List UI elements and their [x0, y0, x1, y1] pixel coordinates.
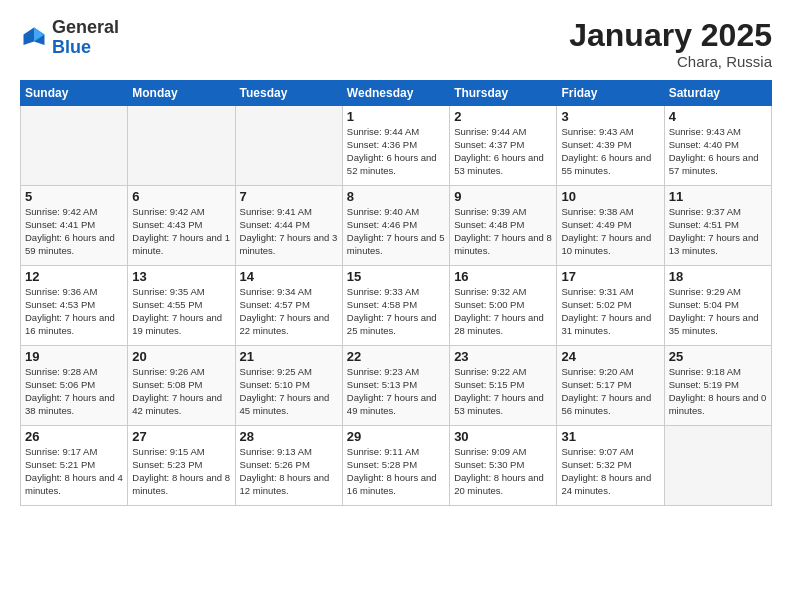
day-info: Sunrise: 9:18 AM Sunset: 5:19 PM Dayligh…: [669, 366, 767, 417]
day-number: 10: [561, 189, 659, 204]
day-cell: 1Sunrise: 9:44 AM Sunset: 4:36 PM Daylig…: [342, 106, 449, 186]
week-row-4: 26Sunrise: 9:17 AM Sunset: 5:21 PM Dayli…: [21, 426, 772, 506]
day-cell: 31Sunrise: 9:07 AM Sunset: 5:32 PM Dayli…: [557, 426, 664, 506]
day-info: Sunrise: 9:33 AM Sunset: 4:58 PM Dayligh…: [347, 286, 445, 337]
day-cell: 17Sunrise: 9:31 AM Sunset: 5:02 PM Dayli…: [557, 266, 664, 346]
day-cell: [128, 106, 235, 186]
weekday-header-sunday: Sunday: [21, 81, 128, 106]
day-cell: 29Sunrise: 9:11 AM Sunset: 5:28 PM Dayli…: [342, 426, 449, 506]
day-cell: 16Sunrise: 9:32 AM Sunset: 5:00 PM Dayli…: [450, 266, 557, 346]
day-number: 14: [240, 269, 338, 284]
day-number: 17: [561, 269, 659, 284]
day-cell: 4Sunrise: 9:43 AM Sunset: 4:40 PM Daylig…: [664, 106, 771, 186]
day-cell: 12Sunrise: 9:36 AM Sunset: 4:53 PM Dayli…: [21, 266, 128, 346]
day-info: Sunrise: 9:37 AM Sunset: 4:51 PM Dayligh…: [669, 206, 767, 257]
day-info: Sunrise: 9:40 AM Sunset: 4:46 PM Dayligh…: [347, 206, 445, 257]
day-number: 12: [25, 269, 123, 284]
day-number: 7: [240, 189, 338, 204]
day-info: Sunrise: 9:41 AM Sunset: 4:44 PM Dayligh…: [240, 206, 338, 257]
day-info: Sunrise: 9:31 AM Sunset: 5:02 PM Dayligh…: [561, 286, 659, 337]
day-info: Sunrise: 9:44 AM Sunset: 4:37 PM Dayligh…: [454, 126, 552, 177]
day-info: Sunrise: 9:38 AM Sunset: 4:49 PM Dayligh…: [561, 206, 659, 257]
day-info: Sunrise: 9:35 AM Sunset: 4:55 PM Dayligh…: [132, 286, 230, 337]
weekday-header-thursday: Thursday: [450, 81, 557, 106]
day-cell: 14Sunrise: 9:34 AM Sunset: 4:57 PM Dayli…: [235, 266, 342, 346]
calendar: SundayMondayTuesdayWednesdayThursdayFrid…: [20, 80, 772, 506]
day-cell: 20Sunrise: 9:26 AM Sunset: 5:08 PM Dayli…: [128, 346, 235, 426]
day-number: 31: [561, 429, 659, 444]
day-info: Sunrise: 9:07 AM Sunset: 5:32 PM Dayligh…: [561, 446, 659, 497]
day-info: Sunrise: 9:34 AM Sunset: 4:57 PM Dayligh…: [240, 286, 338, 337]
day-cell: 22Sunrise: 9:23 AM Sunset: 5:13 PM Dayli…: [342, 346, 449, 426]
day-cell: 2Sunrise: 9:44 AM Sunset: 4:37 PM Daylig…: [450, 106, 557, 186]
day-number: 27: [132, 429, 230, 444]
logo-icon: [20, 24, 48, 52]
weekday-header-row: SundayMondayTuesdayWednesdayThursdayFrid…: [21, 81, 772, 106]
day-number: 8: [347, 189, 445, 204]
day-number: 3: [561, 109, 659, 124]
day-number: 28: [240, 429, 338, 444]
day-info: Sunrise: 9:23 AM Sunset: 5:13 PM Dayligh…: [347, 366, 445, 417]
day-cell: 21Sunrise: 9:25 AM Sunset: 5:10 PM Dayli…: [235, 346, 342, 426]
day-number: 24: [561, 349, 659, 364]
day-number: 21: [240, 349, 338, 364]
week-row-0: 1Sunrise: 9:44 AM Sunset: 4:36 PM Daylig…: [21, 106, 772, 186]
day-info: Sunrise: 9:42 AM Sunset: 4:41 PM Dayligh…: [25, 206, 123, 257]
day-number: 16: [454, 269, 552, 284]
weekday-header-wednesday: Wednesday: [342, 81, 449, 106]
day-number: 1: [347, 109, 445, 124]
weekday-header-saturday: Saturday: [664, 81, 771, 106]
day-number: 26: [25, 429, 123, 444]
day-info: Sunrise: 9:09 AM Sunset: 5:30 PM Dayligh…: [454, 446, 552, 497]
day-number: 2: [454, 109, 552, 124]
day-number: 30: [454, 429, 552, 444]
day-info: Sunrise: 9:17 AM Sunset: 5:21 PM Dayligh…: [25, 446, 123, 497]
day-cell: 23Sunrise: 9:22 AM Sunset: 5:15 PM Dayli…: [450, 346, 557, 426]
weekday-header-tuesday: Tuesday: [235, 81, 342, 106]
day-cell: 27Sunrise: 9:15 AM Sunset: 5:23 PM Dayli…: [128, 426, 235, 506]
day-info: Sunrise: 9:29 AM Sunset: 5:04 PM Dayligh…: [669, 286, 767, 337]
location: Chara, Russia: [569, 53, 772, 70]
day-number: 20: [132, 349, 230, 364]
logo-general-text: General: [52, 18, 119, 38]
day-number: 15: [347, 269, 445, 284]
logo-text: General Blue: [52, 18, 119, 58]
day-cell: 5Sunrise: 9:42 AM Sunset: 4:41 PM Daylig…: [21, 186, 128, 266]
day-info: Sunrise: 9:44 AM Sunset: 4:36 PM Dayligh…: [347, 126, 445, 177]
page: General Blue January 2025 Chara, Russia …: [0, 0, 792, 612]
day-number: 25: [669, 349, 767, 364]
week-row-2: 12Sunrise: 9:36 AM Sunset: 4:53 PM Dayli…: [21, 266, 772, 346]
day-cell: 26Sunrise: 9:17 AM Sunset: 5:21 PM Dayli…: [21, 426, 128, 506]
logo-blue-text: Blue: [52, 38, 119, 58]
day-info: Sunrise: 9:11 AM Sunset: 5:28 PM Dayligh…: [347, 446, 445, 497]
day-cell: [235, 106, 342, 186]
day-number: 19: [25, 349, 123, 364]
week-row-1: 5Sunrise: 9:42 AM Sunset: 4:41 PM Daylig…: [21, 186, 772, 266]
day-info: Sunrise: 9:15 AM Sunset: 5:23 PM Dayligh…: [132, 446, 230, 497]
day-number: 4: [669, 109, 767, 124]
day-cell: 28Sunrise: 9:13 AM Sunset: 5:26 PM Dayli…: [235, 426, 342, 506]
day-info: Sunrise: 9:32 AM Sunset: 5:00 PM Dayligh…: [454, 286, 552, 337]
day-cell: 9Sunrise: 9:39 AM Sunset: 4:48 PM Daylig…: [450, 186, 557, 266]
day-number: 22: [347, 349, 445, 364]
day-info: Sunrise: 9:22 AM Sunset: 5:15 PM Dayligh…: [454, 366, 552, 417]
day-cell: [21, 106, 128, 186]
week-row-3: 19Sunrise: 9:28 AM Sunset: 5:06 PM Dayli…: [21, 346, 772, 426]
day-cell: 25Sunrise: 9:18 AM Sunset: 5:19 PM Dayli…: [664, 346, 771, 426]
day-cell: 24Sunrise: 9:20 AM Sunset: 5:17 PM Dayli…: [557, 346, 664, 426]
day-info: Sunrise: 9:39 AM Sunset: 4:48 PM Dayligh…: [454, 206, 552, 257]
weekday-header-friday: Friday: [557, 81, 664, 106]
day-info: Sunrise: 9:43 AM Sunset: 4:40 PM Dayligh…: [669, 126, 767, 177]
day-number: 5: [25, 189, 123, 204]
day-number: 13: [132, 269, 230, 284]
day-info: Sunrise: 9:36 AM Sunset: 4:53 PM Dayligh…: [25, 286, 123, 337]
day-number: 23: [454, 349, 552, 364]
day-cell: 13Sunrise: 9:35 AM Sunset: 4:55 PM Dayli…: [128, 266, 235, 346]
day-info: Sunrise: 9:42 AM Sunset: 4:43 PM Dayligh…: [132, 206, 230, 257]
day-info: Sunrise: 9:20 AM Sunset: 5:17 PM Dayligh…: [561, 366, 659, 417]
day-cell: 15Sunrise: 9:33 AM Sunset: 4:58 PM Dayli…: [342, 266, 449, 346]
day-number: 29: [347, 429, 445, 444]
header: General Blue January 2025 Chara, Russia: [20, 18, 772, 70]
day-cell: 7Sunrise: 9:41 AM Sunset: 4:44 PM Daylig…: [235, 186, 342, 266]
day-number: 6: [132, 189, 230, 204]
